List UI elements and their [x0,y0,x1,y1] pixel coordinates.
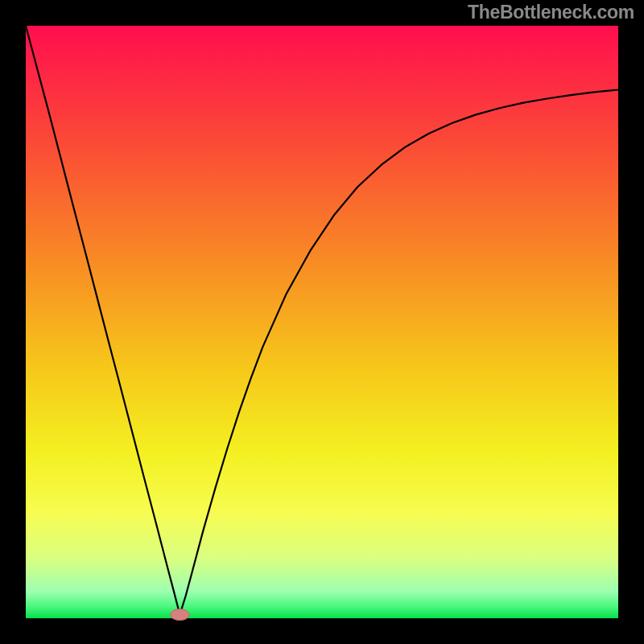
plot-background [26,26,618,618]
outer-frame: TheBottleneck.com [0,0,644,644]
chart-svg [0,0,644,644]
minimum-marker [171,609,190,621]
watermark-text: TheBottleneck.com [468,2,634,23]
